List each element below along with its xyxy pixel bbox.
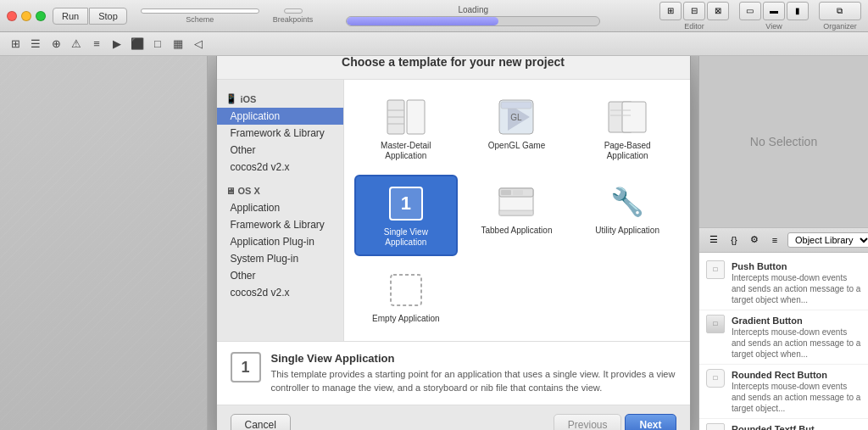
- toolbar-icon-grid[interactable]: ⊞: [7, 36, 24, 53]
- svg-text:GL: GL: [511, 113, 523, 122]
- template-master-detail[interactable]: Master-DetailApplication: [354, 90, 459, 168]
- template-single-view[interactable]: 1 Single ViewApplication: [354, 175, 459, 256]
- view-icon-3[interactable]: ▮: [787, 2, 809, 20]
- library-icon-3[interactable]: ⚙: [745, 231, 764, 249]
- sidebar-item-osx-cocos2d[interactable]: cocos2d v2.x: [217, 284, 343, 301]
- sidebar-item-ios-other[interactable]: Other: [217, 142, 343, 159]
- library-icon-2[interactable]: {}: [725, 231, 743, 249]
- previous-button[interactable]: Previous: [554, 414, 622, 430]
- toolbar-icon-add[interactable]: ⊕: [47, 36, 64, 53]
- loading-bar-fill: [347, 17, 498, 25]
- template-single-view-icon: 1: [386, 183, 426, 224]
- rounded-textf-title: Rounded Textf But...: [732, 424, 822, 431]
- left-panel-bg: [0, 56, 207, 430]
- view-icon-2[interactable]: ▬: [763, 2, 785, 20]
- stop-button[interactable]: Stop: [89, 8, 127, 25]
- toolbar-icon-play[interactable]: ▶: [108, 36, 125, 53]
- svg-rect-17: [499, 210, 533, 215]
- close-button[interactable]: [7, 11, 17, 21]
- library-view-icons: ☰ {} ⚙ ≡: [704, 231, 784, 249]
- organizer-btn[interactable]: ⧉: [819, 2, 861, 20]
- toolbar-icon-stop[interactable]: ⬛: [129, 36, 146, 53]
- sidebar-item-ios-framework[interactable]: Framework & Library: [217, 125, 343, 142]
- template-tabbed-label: Tabbed Application: [481, 226, 553, 236]
- template-utility[interactable]: 🔧 Utility Application: [576, 175, 680, 256]
- toolbar-icon-square[interactable]: □: [149, 36, 166, 53]
- template-sidebar: 📱 iOS Application Framework & Library Ot…: [217, 80, 344, 341]
- editor-section: ⊞ ⊟ ⊠ Editor: [659, 2, 729, 31]
- library-item-gradient-button: □ Gradient Button Intercepts mouse-down …: [699, 310, 868, 365]
- template-opengl-icon: GL: [496, 97, 537, 137]
- osx-section: 🖥 OS X Application Framework & Library A…: [217, 179, 343, 304]
- push-button-title: Push Button: [732, 261, 787, 271]
- rounded-rect-text: Rounded Rect Button Intercepts mouse-dow…: [732, 369, 861, 414]
- svg-rect-7: [501, 102, 531, 109]
- scheme-selector[interactable]: [141, 8, 259, 14]
- library-item-rounded-textf: □ Rounded Textf But...: [699, 419, 868, 431]
- loading-section: Loading: [346, 5, 600, 26]
- template-empty[interactable]: Empty Application: [354, 263, 459, 331]
- library-icon-1[interactable]: ☰: [704, 231, 723, 249]
- run-button[interactable]: Run: [53, 8, 88, 25]
- center-panel: Choose a template for your new project 📱…: [208, 56, 698, 430]
- svg-rect-18: [391, 275, 421, 305]
- object-library-select[interactable]: Object Library: [787, 232, 868, 248]
- next-button[interactable]: Next: [625, 414, 676, 430]
- template-utility-label: Utility Application: [595, 226, 659, 236]
- rounded-rect-title: Rounded Rect Button: [732, 370, 827, 380]
- toolbar-icon-back[interactable]: ◁: [190, 36, 207, 53]
- view-icon-1[interactable]: ▭: [739, 2, 761, 20]
- sidebar-item-ios-cocos2d[interactable]: cocos2d v2.x: [217, 159, 343, 176]
- template-single-view-label: Single ViewApplication: [384, 227, 428, 248]
- library-item-rounded-rect: □ Rounded Rect Button Intercepts mouse-d…: [699, 365, 868, 419]
- toolbar-right: ⊞ ⊟ ⊠ Editor ▭ ▬ ▮ View ⧉ Organizer: [659, 2, 861, 31]
- template-tabbed[interactable]: Tabbed Application: [465, 175, 569, 256]
- phone-icon: 📱: [225, 93, 237, 104]
- template-opengl[interactable]: GL OpenGL Game: [465, 90, 569, 168]
- editor-icon-3[interactable]: ⊠: [707, 2, 729, 20]
- editor-icon-2[interactable]: ⊟: [683, 2, 705, 20]
- library-icon-4[interactable]: ≡: [765, 231, 784, 249]
- template-description: 1 Single View Application This template …: [217, 341, 690, 405]
- sidebar-item-osx-sysplugin[interactable]: System Plug-in: [217, 250, 343, 267]
- right-panel: No Selection ☰ {} ⚙ ≡ Object Library ⊞ ☰…: [698, 56, 868, 430]
- sidebar-item-osx-framework[interactable]: Framework & Library: [217, 216, 343, 233]
- scheme-section: Scheme: [141, 8, 259, 24]
- template-empty-icon: [386, 270, 426, 310]
- main-area: Choose a template for your new project 📱…: [0, 56, 868, 430]
- maximize-button[interactable]: [36, 11, 46, 21]
- breakpoints-btn[interactable]: [284, 8, 303, 14]
- desc-icon: 1: [231, 352, 261, 383]
- new-project-modal: Choose a template for your new project 📱…: [216, 56, 691, 430]
- template-opengl-label: OpenGL Game: [488, 141, 545, 151]
- sidebar-item-osx-application[interactable]: Application: [217, 199, 343, 216]
- secondary-toolbar: ⊞ ☰ ⊕ ⚠ ≡ ▶ ⬛ □ ▦ ◁: [0, 32, 868, 56]
- sidebar-item-ios-application[interactable]: Application: [217, 108, 343, 125]
- organizer-section: ⧉ Organizer: [819, 2, 861, 31]
- desc-body: This template provides a starting point …: [271, 368, 676, 394]
- editor-icon-1[interactable]: ⊞: [659, 2, 682, 20]
- toolbar-icon-list[interactable]: ☰: [27, 36, 44, 53]
- editor-icons: ⊞ ⊟ ⊠: [659, 2, 729, 20]
- push-button-text: Push Button Intercepts mouse-down events…: [732, 260, 861, 305]
- toolbar-icon-menu[interactable]: ≡: [88, 36, 105, 53]
- view-section: ▭ ▬ ▮ View: [739, 2, 809, 31]
- template-master-detail-label: Master-DetailApplication: [381, 141, 431, 161]
- traffic-lights: [7, 11, 46, 21]
- svg-rect-15: [501, 190, 511, 195]
- sidebar-item-osx-other[interactable]: Other: [217, 267, 343, 284]
- sidebar-item-osx-plugin[interactable]: Application Plug-in: [217, 233, 343, 250]
- svg-rect-16: [513, 190, 523, 195]
- osx-header: 🖥 OS X: [217, 182, 343, 199]
- modal-overlay: Choose a template for your new project 📱…: [208, 56, 698, 430]
- loading-label: Loading: [346, 5, 600, 14]
- toolbar-icon-warn[interactable]: ⚠: [68, 36, 85, 53]
- modal-title: Choose a template for your new project: [342, 56, 565, 69]
- footer-nav-buttons: Previous Next: [554, 414, 676, 430]
- toolbar-icon-tiles[interactable]: ▦: [170, 36, 186, 53]
- minimize-button[interactable]: [21, 11, 31, 21]
- scheme-label: Scheme: [186, 15, 214, 24]
- cancel-button[interactable]: Cancel: [231, 414, 291, 430]
- no-selection-label: No Selection: [750, 135, 817, 148]
- template-page-based[interactable]: Page-BasedApplication: [576, 90, 680, 168]
